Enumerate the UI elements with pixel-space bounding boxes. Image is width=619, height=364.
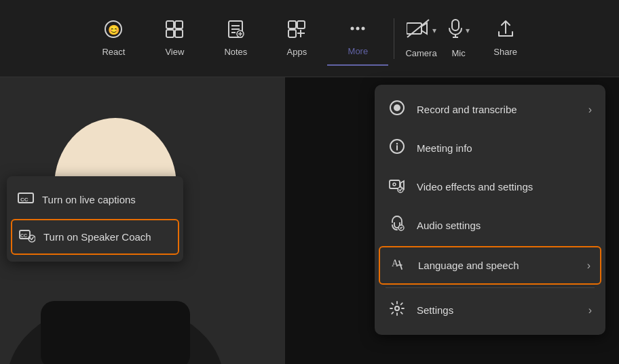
svg-point-18: [351, 27, 354, 31]
notes-label: Notes: [224, 47, 247, 57]
svg-point-44: [395, 306, 399, 310]
svg-rect-22: [452, 20, 459, 31]
audio-settings-label: Audio settings: [417, 220, 592, 231]
toolbar: 😊 React View N: [0, 0, 619, 77]
share-icon: [496, 20, 515, 41]
svg-text:A: A: [392, 258, 399, 268]
svg-rect-39: [390, 180, 400, 188]
language-icon: A: [390, 256, 407, 275]
info-icon: [388, 138, 406, 158]
language-chevron-icon: ›: [587, 260, 590, 272]
react-label: React: [102, 47, 125, 57]
camera-label: Camera: [405, 48, 436, 58]
video-effects-label: Video effects and settings: [417, 181, 592, 193]
video-effects-icon: [388, 177, 406, 197]
mic-label: Mic: [452, 48, 466, 58]
mic-chevron-icon: ▾: [466, 26, 470, 35]
settings-menu-item[interactable]: Settings ›: [375, 291, 605, 329]
svg-line-21: [407, 20, 429, 37]
settings-icon: [388, 300, 406, 320]
react-icon: 😊: [104, 20, 123, 41]
live-captions-label: Turn on live captions: [42, 194, 136, 205]
live-captions-menu-item[interactable]: CC Turn on live captions: [7, 182, 183, 218]
apps-icon: [287, 20, 306, 41]
settings-chevron-icon: ›: [588, 304, 592, 317]
view-icon: [165, 20, 184, 41]
speaker-coach-menu-item[interactable]: CC Turn on Speaker Coach: [11, 219, 179, 255]
view-label: View: [165, 47, 184, 57]
left-context-menu: CC Turn on live captions CC Turn on Spea…: [7, 176, 183, 262]
svg-rect-2: [166, 21, 174, 28]
toolbar-item-view[interactable]: View: [144, 12, 205, 65]
more-label: More: [348, 46, 369, 56]
svg-rect-3: [175, 21, 183, 28]
record-chevron-icon: ›: [588, 104, 592, 116]
toolbar-item-notes[interactable]: Notes: [205, 12, 266, 65]
share-label: Share: [493, 47, 517, 57]
speaker-coach-label: Turn on Speaker Coach: [43, 231, 151, 243]
svg-rect-15: [288, 30, 296, 37]
svg-text:CC: CC: [20, 197, 29, 203]
record-menu-item[interactable]: Record and transcribe ›: [375, 90, 605, 129]
camera-off-icon: [407, 19, 430, 43]
captions-icon: CC: [18, 190, 34, 209]
svg-point-35: [394, 104, 400, 111]
speaker-coach-icon: CC: [19, 227, 35, 247]
record-icon: [388, 100, 406, 119]
svg-rect-5: [175, 30, 183, 37]
language-speech-menu-item[interactable]: A Language and speech ›: [379, 246, 601, 285]
toolbar-item-mic[interactable]: ▾ Mic: [443, 11, 475, 66]
meeting-info-label: Meeting info: [417, 142, 592, 154]
svg-rect-14: [297, 21, 305, 28]
svg-rect-4: [166, 30, 174, 37]
right-dropdown-menu: Record and transcribe › Meeting info Vid…: [375, 85, 605, 335]
camera-chevron-icon: ▾: [432, 26, 436, 35]
svg-rect-28: [41, 301, 190, 364]
toolbar-item-share[interactable]: Share: [475, 12, 536, 65]
mic-icon: [448, 19, 463, 43]
menu-divider: [386, 287, 595, 288]
audio-settings-menu-item[interactable]: Audio settings: [375, 206, 605, 245]
audio-settings-icon: [388, 216, 406, 235]
notes-icon: [226, 20, 245, 41]
toolbar-item-camera[interactable]: ▾ Camera: [400, 11, 442, 66]
language-speech-label: Language and speech: [418, 260, 576, 271]
record-label: Record and transcribe: [417, 104, 578, 115]
meeting-info-menu-item[interactable]: Meeting info: [375, 129, 605, 167]
svg-point-20: [362, 27, 365, 31]
toolbar-separator: [394, 18, 394, 59]
apps-label: Apps: [287, 47, 307, 57]
settings-label: Settings: [417, 304, 578, 316]
svg-text:CC: CC: [20, 233, 27, 238]
video-effects-menu-item[interactable]: Video effects and settings: [375, 167, 605, 206]
svg-text:😊: 😊: [108, 24, 120, 36]
toolbar-item-apps[interactable]: Apps: [266, 12, 327, 65]
svg-point-40: [393, 183, 396, 186]
svg-point-19: [356, 27, 360, 31]
more-icon: [348, 19, 367, 41]
svg-rect-13: [288, 21, 296, 28]
toolbar-item-more[interactable]: More: [327, 11, 388, 66]
toolbar-item-react[interactable]: 😊 React: [83, 12, 144, 65]
